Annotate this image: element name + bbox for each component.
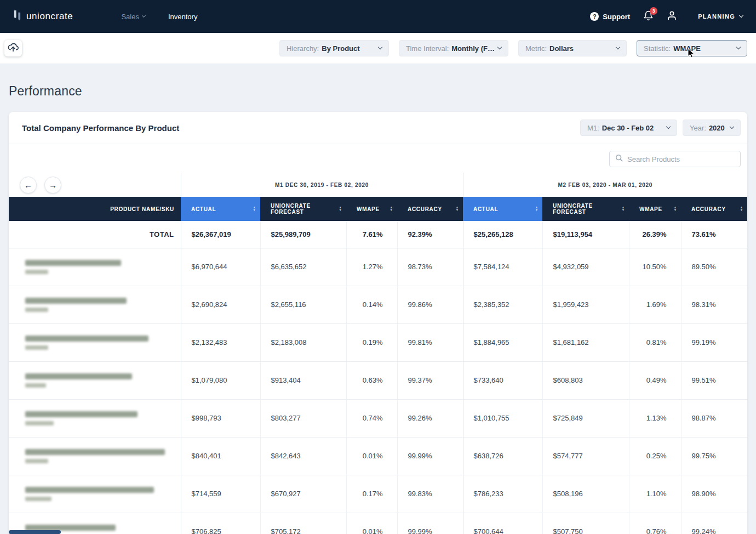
table-cell: 99.99% xyxy=(397,513,463,534)
table-cell: 0.17% xyxy=(346,475,397,513)
horizontal-scrollbar-thumb[interactable] xyxy=(9,530,61,534)
redacted-name-line xyxy=(25,411,138,417)
sort-icon: ▲▼ xyxy=(390,206,393,212)
redacted-sku-line xyxy=(25,308,48,312)
table-cell: $2,385,352 xyxy=(463,286,542,323)
table-cell: 0.01% xyxy=(346,513,397,534)
column-header-accuracy-m1[interactable]: ACCURACY ▲▼ xyxy=(397,197,463,221)
sort-icon: ▲▼ xyxy=(253,206,256,212)
metric-dropdown[interactable]: Metric: Dollars xyxy=(518,40,627,56)
redacted-product-name[interactable] xyxy=(9,475,181,513)
next-page-button[interactable]: → xyxy=(44,177,61,194)
redacted-product-name[interactable] xyxy=(9,286,181,323)
table-cell: $706,825 xyxy=(181,513,260,534)
column-label: ACCURACY xyxy=(691,206,726,212)
table-row: $6,970,644$6,635,6521.27%98.73%$7,584,12… xyxy=(9,248,747,286)
redacted-product-name[interactable] xyxy=(9,248,181,286)
statistic-dropdown[interactable]: Statistic: WMAPE xyxy=(637,40,747,56)
redacted-sku-line xyxy=(25,345,48,350)
statistic-label: Statistic: xyxy=(644,44,671,53)
search-products-input[interactable] xyxy=(627,155,735,163)
filter-pills: Hierarchy: By Product Time Interval: Mon… xyxy=(279,40,747,56)
column-header-forecast-m1[interactable]: UNIONCRATE FORECAST ▲▼ xyxy=(260,197,346,221)
table-cell: 99.99% xyxy=(397,437,463,475)
planning-mode-dropdown[interactable]: PLANNING xyxy=(698,13,743,20)
nav-item-sales[interactable]: Sales xyxy=(121,13,145,21)
table-cell: 1.10% xyxy=(629,475,681,513)
column-header-wmape-m1[interactable]: WMAPE ▲▼ xyxy=(346,197,397,221)
table-cell: 99.75% xyxy=(681,437,747,475)
column-header-accuracy-m2[interactable]: ACCURACY ▲▼ xyxy=(681,197,747,221)
table-cell: 99.51% xyxy=(681,361,747,399)
prev-page-button[interactable]: ← xyxy=(20,177,37,194)
notifications-button[interactable]: 3 xyxy=(643,10,654,23)
support-button[interactable]: ? Support xyxy=(590,12,630,21)
time-interval-dropdown[interactable]: Time Interval: Monthly (Fi... xyxy=(399,40,508,56)
card-filters: M1: Dec 30 - Feb 02 Year: 2020 xyxy=(580,120,741,136)
search-box xyxy=(609,151,741,167)
statistic-value: WMAPE xyxy=(673,44,701,53)
redacted-sku-line xyxy=(25,270,48,274)
year-value: 2020 xyxy=(709,124,725,132)
table-cell: 0.14% xyxy=(346,286,397,323)
hierarchy-value: By Product xyxy=(322,44,359,53)
table-row: $1,079,080$913,4040.63%99.37%$733,640$60… xyxy=(9,361,747,399)
export-cloud-button[interactable] xyxy=(4,40,22,56)
performance-table: ← → M1 DEC 30, 2019 - FEB 02, 2020 M2 FE… xyxy=(9,173,747,534)
redacted-sku-line xyxy=(25,497,51,501)
m1-value: Dec 30 - Feb 02 xyxy=(602,124,654,132)
total-row: TOTAL $26,367,019 $25,989,709 7.61% 92.3… xyxy=(9,221,747,248)
nav-item-inventory[interactable]: Inventory xyxy=(168,13,197,21)
column-header-actual-m2[interactable]: ACTUAL ▲▼ xyxy=(463,197,542,221)
support-label: Support xyxy=(603,13,630,21)
group-header-row: ← → M1 DEC 30, 2019 - FEB 02, 2020 M2 FE… xyxy=(9,173,747,197)
topbar: unioncrate Sales Inventory ? Support 3 xyxy=(0,0,756,33)
table-cell: $803,277 xyxy=(260,399,346,437)
table-cell: 1.69% xyxy=(629,286,681,323)
chevron-down-icon xyxy=(730,124,734,129)
redacted-sku-line xyxy=(25,383,46,388)
table-cell: 99.81% xyxy=(397,323,463,361)
column-header-actual-m1[interactable]: ACTUAL ▲▼ xyxy=(181,197,260,221)
performance-card: Total Company Performance By Product M1:… xyxy=(9,112,747,534)
user-menu-button[interactable] xyxy=(667,10,677,23)
brand-name: unioncrate xyxy=(26,11,73,22)
redacted-name-line xyxy=(25,373,132,379)
total-cell: 7.61% xyxy=(346,221,397,248)
total-cell: $26,367,019 xyxy=(181,221,260,248)
sort-icon: ▲▼ xyxy=(621,206,625,212)
column-label: WMAPE xyxy=(357,206,380,212)
redacted-product-name[interactable] xyxy=(9,361,181,399)
table-cell: $1,010,755 xyxy=(463,399,542,437)
table-cell: 1.27% xyxy=(346,248,397,286)
hierarchy-dropdown[interactable]: Hierarchy: By Product xyxy=(279,40,389,56)
table-body: $6,970,644$6,635,6521.27%98.73%$7,584,12… xyxy=(9,248,747,534)
search-icon xyxy=(615,154,623,164)
metric-value: Dollars xyxy=(549,44,574,53)
redacted-name-line xyxy=(25,298,127,304)
brand[interactable]: unioncrate xyxy=(13,10,73,23)
notification-badge: 3 xyxy=(650,7,657,15)
chevron-down-icon xyxy=(616,45,620,49)
year-dropdown[interactable]: Year: 2020 xyxy=(683,120,741,136)
table-cell: $705,172 xyxy=(260,513,346,534)
table-cell: $2,132,483 xyxy=(181,323,260,361)
table-cell: 0.01% xyxy=(346,437,397,475)
redacted-product-name[interactable] xyxy=(9,399,181,437)
chevron-down-icon xyxy=(378,45,382,49)
total-cell: $19,113,954 xyxy=(542,221,629,248)
total-label: TOTAL xyxy=(9,221,181,248)
table-cell: $842,643 xyxy=(260,437,346,475)
table-row: $714,559$670,9270.17%99.83%$786,233$508,… xyxy=(9,475,747,513)
redacted-product-name[interactable] xyxy=(9,323,181,361)
time-interval-value: Monthly (Fi... xyxy=(451,44,495,53)
column-header-wmape-m2[interactable]: WMAPE ▲▼ xyxy=(629,197,681,221)
redacted-name-line xyxy=(25,487,154,493)
redacted-product-name[interactable] xyxy=(9,437,181,475)
table-cell: 99.26% xyxy=(397,399,463,437)
column-header-forecast-m2[interactable]: UNIONCRATE FORECAST ▲▼ xyxy=(542,197,629,221)
table-cell: $913,404 xyxy=(260,361,346,399)
table-cell: $2,655,116 xyxy=(260,286,346,323)
m1-period-dropdown[interactable]: M1: Dec 30 - Feb 02 xyxy=(580,120,677,136)
table-cell: $508,196 xyxy=(542,475,629,513)
